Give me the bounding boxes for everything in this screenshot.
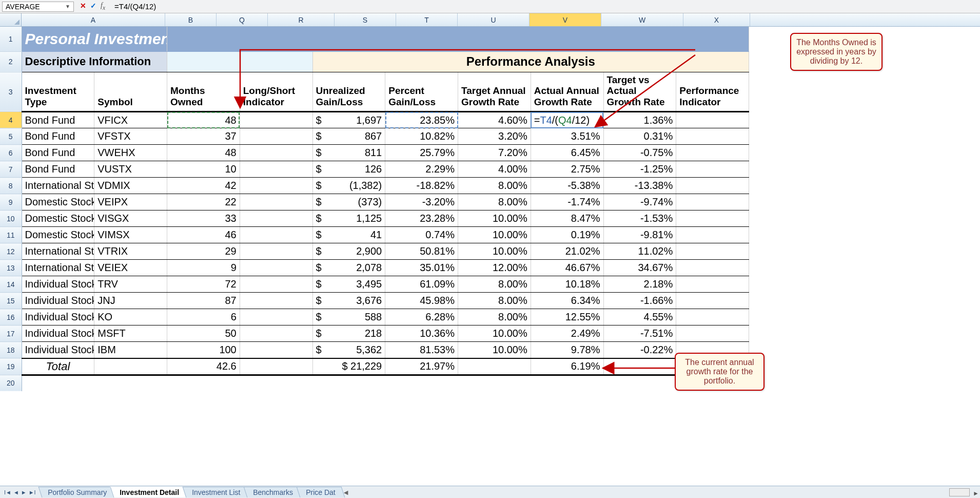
cell-target[interactable]: 10.00%	[458, 227, 531, 243]
row-header[interactable]: 16	[0, 309, 22, 325]
row-header[interactable]: 14	[0, 276, 22, 293]
cell-gainloss[interactable]: $218	[312, 325, 385, 342]
title-fill[interactable]	[167, 27, 749, 51]
cell-gainloss[interactable]: $588	[312, 309, 385, 325]
cell-long-short[interactable]	[240, 309, 312, 325]
cell-target[interactable]: 8.00%	[458, 293, 531, 309]
row-header[interactable]: 6	[0, 145, 22, 161]
cell-percent[interactable]: 45.98%	[385, 293, 458, 309]
cell-percent[interactable]: -18.82%	[385, 178, 458, 194]
cell-tva[interactable]: -7.51%	[603, 325, 676, 342]
cell-gainloss[interactable]: $3,676	[312, 293, 385, 309]
cell-indicator[interactable]	[676, 243, 749, 260]
hdr-target-growth[interactable]: Target Annual Growth Rate	[458, 72, 531, 112]
cell-months[interactable]: 33	[167, 210, 240, 227]
total-label[interactable]: Total	[22, 358, 94, 375]
cell-percent[interactable]: 61.09%	[385, 276, 458, 293]
cell-gainloss[interactable]: $126	[312, 161, 385, 178]
row-header-3[interactable]: 3	[0, 72, 22, 112]
name-box-dropdown-icon[interactable]: ▼	[65, 4, 70, 9]
cell-actual[interactable]: 0.19%	[531, 227, 603, 243]
cell-symbol[interactable]: VISGX	[94, 210, 167, 227]
cell-target[interactable]: 10.00%	[458, 210, 531, 227]
cell-symbol[interactable]: VFICX	[94, 112, 167, 128]
cell-actual[interactable]: 8.47%	[531, 210, 603, 227]
cell-symbol[interactable]: VUSTX	[94, 161, 167, 178]
cell-target[interactable]: 7.20%	[458, 145, 531, 161]
cell-actual[interactable]: 2.75%	[531, 161, 603, 178]
cell-actual[interactable]: 12.55%	[531, 309, 603, 325]
col-header-R[interactable]: R	[268, 13, 335, 26]
cell-indicator[interactable]	[676, 161, 749, 178]
cell-actual[interactable]: 10.18%	[531, 276, 603, 293]
cell-gainloss[interactable]: $811	[312, 145, 385, 161]
row-header[interactable]: 4	[0, 112, 22, 128]
sheet-tab[interactable]: Investment List	[182, 487, 249, 497]
cell-months[interactable]: 48	[167, 145, 240, 161]
cell-indicator[interactable]	[676, 325, 749, 342]
worksheet-grid[interactable]: 1 Personal Investment 2 Descriptive Info…	[0, 27, 980, 486]
cell-long-short[interactable]	[240, 325, 312, 342]
sheet-tab[interactable]: Benchmarks	[244, 487, 303, 497]
row-header[interactable]: 10	[0, 210, 22, 227]
cell-type[interactable]: Individual Stock	[22, 309, 94, 325]
col-header-V[interactable]: V	[530, 13, 601, 26]
cell-long-short[interactable]	[240, 210, 312, 227]
cell-gainloss[interactable]: $867	[312, 128, 385, 145]
tab-nav-prev-icon[interactable]: ◄	[13, 489, 19, 495]
cell-months[interactable]: 9	[167, 260, 240, 276]
row-header-20[interactable]: 20	[0, 375, 22, 391]
cell-tva[interactable]: -0.75%	[603, 145, 676, 161]
cell-gainloss[interactable]: $1,125	[312, 210, 385, 227]
cell-percent[interactable]: 0.74%	[385, 227, 458, 243]
cell-tva[interactable]: 1.36%	[603, 112, 676, 128]
hdr-investment-type[interactable]: Investment Type	[22, 72, 94, 112]
cell-long-short[interactable]	[240, 178, 312, 194]
cell-symbol[interactable]: TRV	[94, 276, 167, 293]
cell-long-short[interactable]	[240, 161, 312, 178]
cell-target[interactable]: 8.00%	[458, 276, 531, 293]
cell-months[interactable]: 29	[167, 243, 240, 260]
sheet-tab[interactable]: Price Dat	[296, 487, 344, 497]
cell-percent[interactable]: 35.01%	[385, 260, 458, 276]
cell-type[interactable]: Bond Fund	[22, 161, 94, 178]
cell-gainloss[interactable]: $5,362	[312, 342, 385, 358]
hdr-long-short[interactable]: Long/Short Indicator	[240, 72, 312, 112]
cell-actual[interactable]: 46.67%	[531, 260, 603, 276]
hdr-actual-growth[interactable]: Actual Annual Growth Rate	[531, 72, 603, 112]
cell-long-short[interactable]	[240, 260, 312, 276]
cell-months[interactable]: 100	[167, 342, 240, 358]
cell-target[interactable]: 10.00%	[458, 342, 531, 358]
cell-actual[interactable]: 6.45%	[531, 145, 603, 161]
hdr-target-vs-actual[interactable]: Target vs Actual Growth Rate	[603, 72, 676, 112]
section-blank[interactable]	[167, 51, 313, 72]
cell-type[interactable]: Domestic Stock Fund	[22, 194, 94, 210]
formula-accept-icon[interactable]: ✓	[90, 2, 96, 11]
cell-type[interactable]: Domestic Stock Fund	[22, 210, 94, 227]
cell-indicator[interactable]	[676, 145, 749, 161]
total-gl[interactable]: $ 21,229	[312, 358, 385, 375]
cell-indicator[interactable]	[676, 260, 749, 276]
cell-target[interactable]: 8.00%	[458, 178, 531, 194]
cell-tva[interactable]: -1.53%	[603, 210, 676, 227]
cell-symbol[interactable]: VIMSX	[94, 227, 167, 243]
cell-indicator[interactable]	[676, 178, 749, 194]
cell-gainloss[interactable]: $3,495	[312, 276, 385, 293]
row-header[interactable]: 7	[0, 161, 22, 178]
col-header-A[interactable]: A	[22, 13, 165, 26]
cell-percent[interactable]: 10.82%	[385, 128, 458, 145]
row-header[interactable]: 8	[0, 178, 22, 194]
row-header[interactable]: 18	[0, 342, 22, 358]
cell-symbol[interactable]: VEIPX	[94, 194, 167, 210]
cell-tva[interactable]: -9.81%	[603, 227, 676, 243]
col-header-X[interactable]: X	[683, 13, 750, 26]
cell-indicator[interactable]	[676, 276, 749, 293]
cell-months[interactable]: 50	[167, 325, 240, 342]
cell-symbol[interactable]: IBM	[94, 342, 167, 358]
col-header-B[interactable]: B	[165, 13, 217, 26]
cell-gainloss[interactable]: $2,078	[312, 260, 385, 276]
formula-cancel-icon[interactable]: ✕	[80, 2, 86, 11]
name-box[interactable]: AVERAGE ▼	[2, 2, 74, 12]
cell-long-short[interactable]	[240, 276, 312, 293]
hdr-unrealized[interactable]: Unrealized Gain/Loss	[312, 72, 385, 112]
